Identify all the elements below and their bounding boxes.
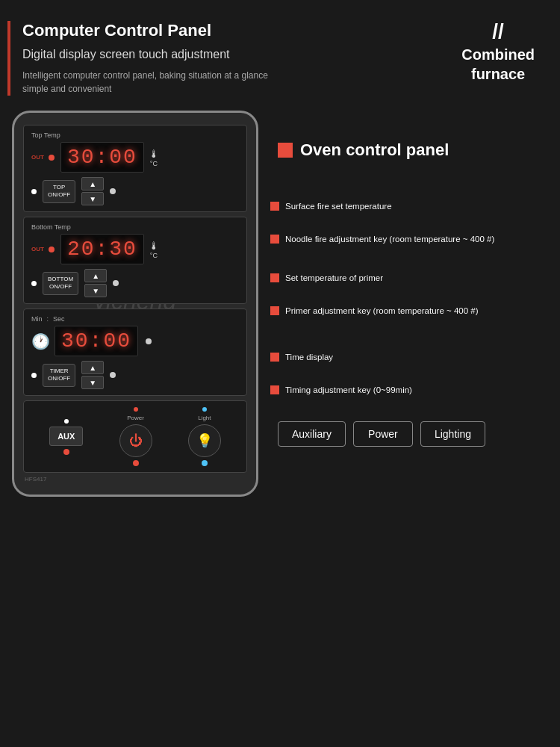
top-display-row: OUT 30:00 🌡 °C (31, 142, 239, 173)
aux-bottom-dot (63, 449, 69, 455)
power-button[interactable]: ⏻ (119, 424, 152, 457)
model-label: HFS417 (23, 476, 247, 483)
bottom-dot-indicator (31, 281, 37, 286)
ann-label-4: Primer adjustment key (room temperature … (285, 306, 479, 317)
timer-section: Min : Sec 🕐 30:00 TIMERON/OFF ▲ ▼ (23, 309, 247, 396)
right-panel: Oven control panel Surface fire set temp… (270, 111, 548, 497)
thermo-icon-bottom: 🌡 (149, 240, 159, 252)
lighting-button[interactable]: Lighting (420, 421, 485, 447)
light-indicator (202, 407, 207, 412)
ann-label-6: Timing adjustment key (0~99min) (285, 385, 412, 397)
timer-up-arrow[interactable]: ▲ (81, 361, 104, 374)
timer-display-row: 🕐 30:00 (31, 326, 239, 356)
power-item: Power ⏻ (119, 407, 152, 466)
timer-onoff-btn[interactable]: TIMERON/OFF (43, 364, 75, 387)
top-unit: 🌡 °C (149, 148, 159, 167)
aux-button[interactable]: AUX (49, 427, 83, 446)
auxiliary-button[interactable]: Auxiliary (278, 421, 346, 447)
timer-label-row: Min : Sec (31, 315, 239, 323)
sec-label: Sec (53, 315, 65, 323)
bottom-down-arrow[interactable]: ▼ (84, 284, 107, 297)
timer-right-dot (146, 338, 152, 344)
top-arrow-group: ▲ ▼ (81, 177, 104, 205)
bottom-right-dot (113, 280, 119, 286)
right-annotations: Surface fire set temperature Noodle fire… (270, 172, 548, 415)
top-right-dot (110, 188, 116, 194)
bottom-temp-label: Bottom Temp (31, 223, 239, 231)
top-down-arrow[interactable]: ▼ (81, 192, 104, 205)
out-label-top: OUT (31, 154, 44, 161)
bottom-btn-row: BOTTOMON/OFF ▲ ▼ (31, 269, 239, 297)
light-small-label: Light (198, 415, 211, 421)
ann-dot-3 (270, 273, 279, 282)
bottom-buttons: Auxiliary Power Lighting (270, 421, 548, 447)
oven-control-title: Oven control panel (300, 140, 449, 160)
min-label: Min (31, 315, 43, 323)
ann-dot-4 (270, 306, 279, 315)
ann-label-1: Surface fire set temperature (285, 201, 392, 213)
ann-row-6: Timing adjustment key (0~99min) (270, 379, 548, 400)
bottom-temp-section: Bottom Temp OUT 20:30 🌡 °C BOTTOMON/OFF … (23, 217, 247, 304)
out-label-bottom: OUT (31, 246, 44, 252)
panel-desc: Intelligent computer control panel, baki… (22, 69, 276, 96)
ann-dot-2 (270, 235, 279, 244)
combined-title: Combined furnace (461, 45, 535, 84)
timer-digital-display: 30:00 (55, 326, 138, 356)
ann-row-5: Time display (270, 347, 548, 368)
ann-dot-5 (270, 353, 279, 362)
ann-label-3: Set temperature of primer (285, 273, 383, 285)
ann-row-1: Surface fire set temperature (270, 196, 548, 217)
timer-down-arrow[interactable]: ▼ (81, 376, 104, 389)
timer-right-dot2 (110, 372, 116, 378)
top-onoff-btn[interactable]: TOPON/OFF (43, 180, 75, 203)
aux-item: AUX (49, 419, 83, 455)
bottom-up-arrow[interactable]: ▲ (84, 269, 107, 282)
ann-label-2: Noodle fire adjustment key (room tempera… (285, 234, 494, 246)
aux-section: AUX Power ⏻ Light 💡 (23, 400, 247, 473)
ann-dot-6 (270, 385, 279, 394)
top-btn-row: TOPON/OFF ▲ ▼ (31, 177, 239, 205)
top-red-dot (49, 155, 55, 161)
power-small-label: Power (127, 415, 144, 421)
oven-label-area: Oven control panel (278, 140, 548, 160)
bottom-unit: 🌡 °C (149, 240, 159, 259)
timer-arrow-group: ▲ ▼ (81, 361, 104, 389)
timer-dot-indicator (31, 373, 37, 378)
top-up-arrow[interactable]: ▲ (81, 177, 104, 190)
panel-subtitle: Digital display screen touch adjustment (22, 46, 276, 63)
clock-icon: 🕐 (31, 332, 50, 350)
bottom-red-dot (49, 247, 55, 252)
orange-square-title (278, 143, 293, 158)
top-temp-label: Top Temp (31, 131, 239, 139)
main-content: yicheng Top Temp OUT 30:00 🌡 °C TOPON/OF… (0, 103, 560, 504)
oven-device: yicheng Top Temp OUT 30:00 🌡 °C TOPON/OF… (12, 111, 258, 497)
power-bottom-dot (133, 460, 139, 466)
top-temp-section: Top Temp OUT 30:00 🌡 °C TOPON/OFF ▲ ▼ (23, 125, 247, 212)
bottom-digital-display: 20:30 (60, 234, 144, 264)
aux-indicator (64, 419, 69, 424)
bottom-onoff-btn[interactable]: BOTTOMON/OFF (43, 272, 78, 295)
ann-dot-1 (270, 202, 279, 211)
bottom-display-row: OUT 20:30 🌡 °C (31, 234, 239, 264)
header-section: Computer Control Panel Digital display s… (0, 0, 560, 103)
light-bottom-dot (202, 460, 208, 466)
timer-btn-row: TIMERON/OFF ▲ ▼ (31, 361, 239, 389)
ann-row-3: Set temperature of primer (270, 267, 548, 288)
ann-label-5: Time display (285, 352, 333, 364)
top-dot-indicator (31, 189, 37, 194)
combined-furnace-box: // Combined furnace (461, 13, 542, 84)
ann-row-2: Noodle fire adjustment key (room tempera… (270, 229, 548, 249)
ann-row-4: Primer adjustment key (room temperature … (270, 300, 548, 321)
light-item: Light 💡 (188, 407, 221, 466)
power-indicator (134, 407, 138, 412)
quote-mark: // (461, 21, 535, 42)
light-button[interactable]: 💡 (188, 424, 221, 457)
thermo-icon-top: 🌡 (149, 148, 159, 160)
panel-title: Computer Control Panel (22, 21, 276, 40)
top-digital-display: 30:00 (60, 142, 144, 173)
bottom-arrow-group: ▲ ▼ (84, 269, 107, 297)
power-bottom-button[interactable]: Power (353, 421, 413, 447)
left-info: Computer Control Panel Digital display s… (7, 21, 276, 96)
